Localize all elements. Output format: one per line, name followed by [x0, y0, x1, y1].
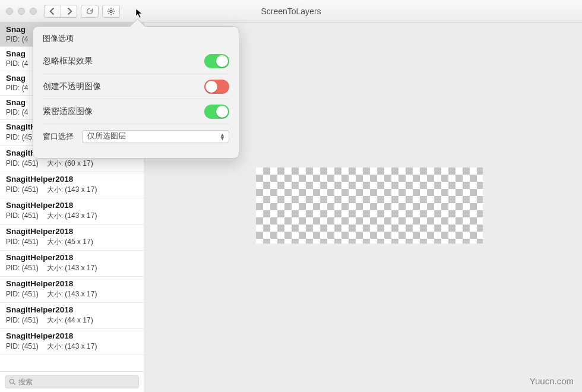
option-label: 紧密适应图像 [43, 106, 93, 117]
list-item-title: SnagitHelper2018 [6, 331, 138, 340]
list-item-meta: PID: (451)大小: (143 x 17) [6, 211, 138, 221]
list-item[interactable]: SnagitHelper2018PID: (451)大小: (143 x 17) [0, 251, 144, 277]
svg-line-7 [109, 13, 109, 14]
svg-point-0 [110, 10, 112, 12]
svg-line-8 [113, 8, 113, 9]
list-item-meta: PID: (451)大小: (143 x 17) [6, 289, 138, 299]
svg-point-9 [10, 380, 14, 384]
list-item-title: SnagitHelper2018 [6, 253, 138, 262]
option-tight-fit: 紧密适应图像 [43, 99, 229, 124]
svg-line-5 [109, 8, 109, 9]
select-value: 仅所选图层 [87, 131, 126, 141]
list-item-title: SnagitHelper2018 [6, 305, 138, 314]
list-item-meta: PID: (451)大小: (44 x 17) [6, 315, 138, 325]
toggle-opaque-image[interactable] [204, 80, 229, 94]
transparency-preview [256, 167, 483, 244]
search-bar: 搜索 [0, 371, 144, 392]
search-placeholder: 搜索 [18, 377, 33, 387]
svg-line-6 [113, 13, 113, 14]
list-item[interactable]: SnagitHelper2018PID: (451)大小: (143 x 17) [0, 198, 144, 225]
updown-icon: ▲▼ [220, 133, 225, 140]
nav-group [44, 5, 77, 18]
search-input[interactable]: 搜索 [5, 375, 139, 388]
list-item-meta: PID: (451)大小: (143 x 17) [6, 342, 138, 352]
toggle-ignore-frame[interactable] [204, 54, 229, 68]
forward-button[interactable] [61, 5, 77, 18]
option-ignore-frame: 忽略框架效果 [43, 49, 229, 74]
list-item[interactable]: SnagitHelper2018PID: (451)大小: (143 x 17) [0, 329, 144, 355]
list-item-meta: PID: (451)大小: (143 x 17) [6, 185, 138, 195]
window-select-row: 窗口选择 仅所选图层 ▲▼ [43, 124, 229, 148]
list-item-title: SnagitHelper2018 [6, 175, 138, 184]
back-button[interactable] [44, 5, 61, 18]
toggle-tight-fit[interactable] [204, 105, 229, 119]
option-label: 忽略框架效果 [43, 56, 93, 67]
close-icon[interactable] [6, 8, 13, 15]
popover-section-title: 图像选项 [43, 34, 229, 44]
option-opaque-image: 创建不透明图像 [43, 74, 229, 99]
watermark: Yuucn.com [530, 376, 574, 386]
select-label: 窗口选择 [43, 131, 74, 142]
list-item-meta: PID: (451)大小: (45 x 17) [6, 237, 138, 247]
settings-popover: 图像选项 忽略框架效果 创建不透明图像 紧密适应图像 窗口选择 仅所选图层 ▲▼ [33, 26, 239, 159]
list-item[interactable]: SnagitHelper2018PID: (451)大小: (143 x 17) [0, 277, 144, 303]
minimize-icon[interactable] [18, 8, 25, 15]
traffic-lights [6, 8, 37, 15]
window-select[interactable]: 仅所选图层 ▲▼ [82, 130, 229, 143]
list-item-title: SnagitHelper2018 [6, 227, 138, 236]
list-item[interactable]: SnagitHelper2018PID: (451)大小: (143 x 17) [0, 172, 144, 198]
list-item[interactable]: SnagitHelper2018PID: (451)大小: (45 x 17) [0, 225, 144, 251]
toolbar [44, 5, 120, 18]
list-item-title: SnagitHelper2018 [6, 279, 138, 288]
list-item-title: SnagitHelper2018 [6, 201, 138, 210]
zoom-icon[interactable] [30, 8, 37, 15]
list-item-meta: PID: (451)大小: (60 x 17) [6, 159, 138, 169]
list-item-meta: PID: (451)大小: (143 x 17) [6, 263, 138, 273]
refresh-button[interactable] [81, 5, 99, 18]
settings-button[interactable] [102, 5, 120, 18]
option-label: 创建不透明图像 [43, 81, 101, 92]
list-item[interactable]: SnagitHelper2018PID: (451)大小: (44 x 17) [0, 303, 144, 329]
svg-line-10 [14, 383, 15, 385]
titlebar: ScreenToLayers [0, 0, 582, 23]
